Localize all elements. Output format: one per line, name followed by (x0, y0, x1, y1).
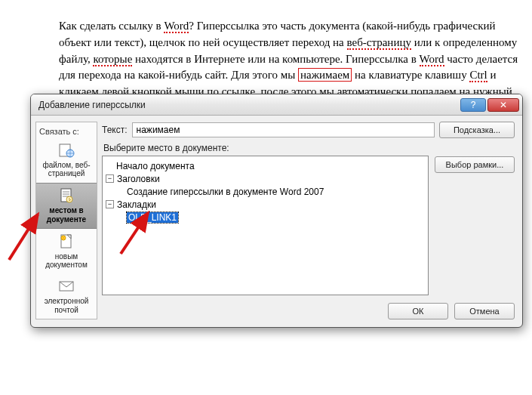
help-icon: ? (471, 100, 476, 110)
document-tree[interactable]: Начало документа − Заголовки Создание ги… (102, 156, 429, 295)
close-button[interactable]: ✕ (487, 98, 519, 112)
tree-node-bookmark-1[interactable]: OLE_LINK1 (127, 212, 178, 223)
screentip-button[interactable]: Подсказка... (439, 122, 515, 138)
tree-node-heading-1[interactable]: Создание гиперссылки в документе Word 20… (127, 187, 324, 197)
help-button[interactable]: ? (460, 98, 486, 112)
display-text-input[interactable] (132, 122, 435, 137)
hyperlink-dialog: Добавление гиперссылки ? ✕ Связать с: фа… (30, 94, 523, 328)
dialog-title: Добавление гиперссылки (38, 100, 459, 110)
text-label: Текст: (102, 125, 128, 135)
place-in-doc-icon (57, 187, 75, 204)
new-doc-icon (57, 233, 75, 250)
tree-node-bookmarks[interactable]: Закладки (117, 199, 156, 210)
ok-button[interactable]: ОК (388, 303, 448, 319)
target-frame-button[interactable]: Выбор рамки... (435, 156, 515, 173)
sidebar-item-file[interactable]: файлом, веб-страницей (36, 137, 97, 183)
cancel-button[interactable]: Отмена (454, 303, 515, 319)
link-to-sidebar: Связать с: файлом, веб-страницей местом … (35, 122, 97, 319)
collapse-icon[interactable]: − (106, 200, 114, 208)
sidebar-label: Связать с: (36, 122, 97, 137)
highlighted-word: нажимаем (298, 68, 352, 82)
email-icon (57, 278, 75, 295)
word-link: Word (164, 20, 189, 33)
sidebar-item-email[interactable]: электронной почтой (36, 274, 97, 319)
tree-node-root[interactable]: Начало документа (116, 161, 195, 171)
tree-node-headings[interactable]: Заголовки (117, 174, 160, 184)
sidebar-item-newdoc[interactable]: новым документом (36, 229, 97, 274)
dialog-titlebar[interactable]: Добавление гиперссылки ? ✕ (31, 94, 522, 116)
sidebar-item-place[interactable]: местом в документе (36, 183, 97, 230)
web-text: веб-страницу (347, 36, 411, 50)
close-icon: ✕ (500, 100, 507, 110)
tree-label: Выберите место в документе: (102, 143, 429, 153)
collapse-icon[interactable]: − (106, 174, 114, 183)
file-web-icon (57, 142, 75, 159)
